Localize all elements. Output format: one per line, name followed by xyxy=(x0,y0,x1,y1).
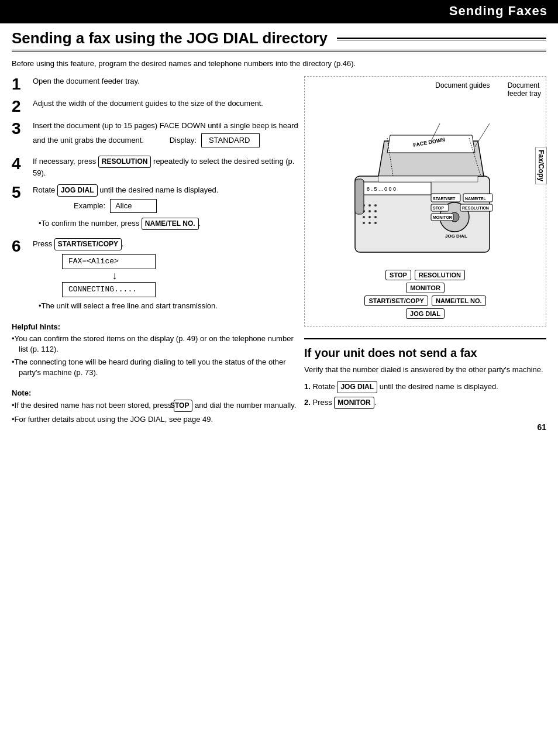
main-content: Sending a fax using the JOG DIAL directo… xyxy=(0,23,558,439)
step-2-content: Adjust the width of the document guides … xyxy=(33,98,298,109)
name-tel-no-button: NAME/TEL NO. xyxy=(432,295,486,306)
step-6-bullet: •The unit will select a free line and st… xyxy=(39,301,298,311)
button-row-2: MONITOR xyxy=(309,283,541,293)
step-4-number: 4 xyxy=(12,156,33,172)
step-5-example: Example: Alice xyxy=(74,199,157,213)
svg-point-9 xyxy=(368,204,371,207)
hint-item-1: •You can confirm the stored items on the… xyxy=(12,334,298,355)
svg-point-18 xyxy=(368,222,371,224)
start-set-copy-button-label: START/SET/COPY xyxy=(54,238,122,250)
button-row-1: STOP RESOLUTION xyxy=(309,270,541,280)
step-5-text: Rotate xyxy=(33,185,55,194)
svg-text:STOP: STOP xyxy=(433,206,444,210)
svg-text:JOG DIAL: JOG DIAL xyxy=(445,233,467,239)
jog-dial-button-label: JOG DIAL xyxy=(57,184,98,197)
two-col-layout: 1 Open the document feeder tray. 2 Adjus… xyxy=(12,76,546,427)
page-header: Sending Faxes xyxy=(0,0,558,22)
resolution-button: RESOLUTION xyxy=(415,270,465,280)
step-4: 4 If necessary, press RESOLUTION repeate… xyxy=(12,156,298,178)
side-label: Fax/Copy xyxy=(535,147,547,184)
fax-svg-container: FACE DOWN 8 . 5 . . 0 0 0 xyxy=(309,100,541,270)
bottom-step-1: 1. Rotate JOG DIAL until the desired nam… xyxy=(304,381,546,393)
step-5-number: 5 xyxy=(12,184,33,201)
hints-title: Helpful hints: xyxy=(12,322,298,331)
svg-text:START/SET: START/SET xyxy=(433,197,456,201)
doc-guides-label: Document guides xyxy=(435,81,490,98)
svg-text:NAME/TEL: NAME/TEL xyxy=(465,197,487,201)
step-6: 6 Press START/SET/COPY. FAX=<Alice> ↓ CO… xyxy=(12,238,298,311)
svg-rect-33 xyxy=(355,179,364,214)
confirm-line: •To confirm the number, press NAME/TEL N… xyxy=(39,218,298,230)
note-item-2: •For further details about using the JOG… xyxy=(12,414,298,425)
bottom-right-intro: Verify that the number dialed is answere… xyxy=(304,365,546,375)
stop-button: STOP xyxy=(385,270,411,280)
step-6-content: Press START/SET/COPY. FAX=<Alice> ↓ CONN… xyxy=(33,238,298,311)
step-3-display-label: Display: xyxy=(170,135,197,146)
button-row-3: START/SET/COPY NAME/TEL NO. xyxy=(309,295,541,306)
bottom-monitor-btn: MONITOR xyxy=(334,397,374,409)
svg-point-19 xyxy=(374,222,377,224)
svg-point-10 xyxy=(374,204,377,207)
doc-feeder-label: Documentfeeder tray xyxy=(508,81,541,98)
note-title: Note: xyxy=(12,389,298,397)
example-label: Example: xyxy=(74,201,105,211)
section-title-text: Sending a fax using the JOG DIAL directo… xyxy=(12,29,328,47)
note-item-1: •If the desired name has not been stored… xyxy=(12,400,298,412)
step-5-text2: until the desired name is displayed. xyxy=(99,185,218,194)
svg-point-16 xyxy=(374,216,377,218)
name-tel-button-label: NAME/TEL NO. xyxy=(142,218,199,230)
svg-line-5 xyxy=(475,123,490,147)
step-1-number: 1 xyxy=(12,76,33,92)
step-2: 2 Adjust the width of the document guide… xyxy=(12,98,298,115)
svg-point-17 xyxy=(363,222,365,224)
step-6-text: Press xyxy=(33,239,52,248)
step-6-number: 6 xyxy=(12,238,33,255)
step-3: 3 Insert the document (up to 15 pages) F… xyxy=(12,121,298,150)
svg-point-13 xyxy=(374,210,377,212)
step-1-content: Open the document feeder tray. xyxy=(33,76,298,87)
title-decoration xyxy=(337,37,546,40)
svg-point-15 xyxy=(368,216,371,218)
fax-display-2: CONNECTING..... xyxy=(62,282,156,297)
example-value: Alice xyxy=(110,199,157,213)
side-label-text: Fax/Copy xyxy=(537,150,545,181)
right-column: Document guides Documentfeeder tray FACE… xyxy=(304,76,546,427)
bottom-step-2: 2. Press MONITOR. xyxy=(304,397,546,409)
diagram-top-labels: Document guides Documentfeeder tray xyxy=(309,81,541,98)
jog-dial-button: JOG DIAL xyxy=(406,308,445,319)
stop-button-note: STOP xyxy=(174,400,192,412)
step-3-display-value: STANDARD xyxy=(201,133,260,147)
svg-point-12 xyxy=(368,210,371,212)
hints-section: Helpful hints: •You can confirm the stor… xyxy=(12,322,298,379)
step-5-content: Rotate JOG DIAL until the desired name i… xyxy=(33,184,298,232)
confirm-text: •To confirm the number, press xyxy=(39,219,139,228)
fax-machine-diagram: FACE DOWN 8 . 5 . . 0 0 0 xyxy=(337,118,513,270)
monitor-button: MONITOR xyxy=(406,283,445,293)
arrow-down: ↓ xyxy=(62,270,167,281)
step-5: 5 Rotate JOG DIAL until the desired name… xyxy=(12,184,298,232)
svg-text:MONITOR: MONITOR xyxy=(433,215,452,219)
step-1-text: Open the document feeder tray. xyxy=(33,77,140,85)
svg-text:8 . 5 . . 0 0 0: 8 . 5 . . 0 0 0 xyxy=(367,186,396,192)
right-col-inner: Document guides Documentfeeder tray FACE… xyxy=(304,76,546,327)
step-4-content: If necessary, press RESOLUTION repeatedl… xyxy=(33,156,298,178)
step-2-text: Adjust the width of the document guides … xyxy=(33,99,263,108)
intro-text: Before using this feature, program the d… xyxy=(12,59,546,68)
bottom-right-section: If your unit does not send a fax Verify … xyxy=(304,338,546,409)
hint-item-2: •The connecting tone will be heard durin… xyxy=(12,357,298,378)
svg-text:RESOLUTION: RESOLUTION xyxy=(462,206,489,210)
step-1: 1 Open the document feeder tray. xyxy=(12,76,298,92)
step-2-number: 2 xyxy=(12,98,33,115)
step-4-text: If necessary, press xyxy=(33,157,96,166)
button-row-4: JOG DIAL xyxy=(309,308,541,319)
start-set-copy-button: START/SET/COPY xyxy=(364,295,428,306)
section-title: Sending a fax using the JOG DIAL directo… xyxy=(12,29,546,52)
bottom-right-title: If your unit does not send a fax xyxy=(304,346,546,360)
step-3-number: 3 xyxy=(12,121,33,137)
fax-display-1: FAX=<Alice> xyxy=(62,254,156,269)
step-3-content: Insert the document (up to 15 pages) FAC… xyxy=(33,121,298,150)
step-3-display: Display: STANDARD xyxy=(170,133,260,147)
header-title: Sending Faxes xyxy=(449,4,547,18)
note-section: Note: •If the desired name has not been … xyxy=(12,389,298,425)
page-number: 61 xyxy=(537,422,546,432)
